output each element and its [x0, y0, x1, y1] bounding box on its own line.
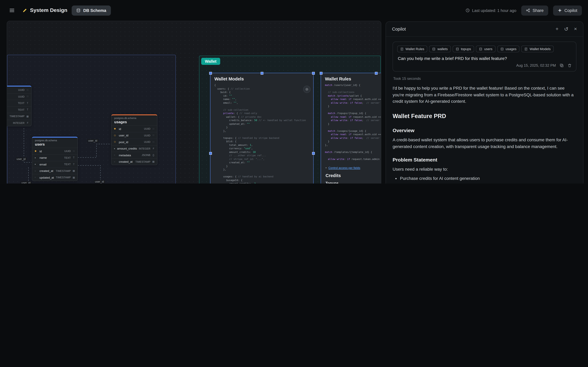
table-header: postgres.db.schema users [32, 138, 78, 148]
table-row[interactable]: user_id UUID ∷ [112, 132, 157, 139]
copy-message-button[interactable] [560, 63, 564, 67]
database-icon [76, 8, 80, 13]
copy-icon [560, 63, 564, 67]
problem-bullet: Purchase credits for AI content generati… [400, 175, 576, 182]
table-schema: postgres.db.schema [114, 117, 154, 120]
selection-handle[interactable] [209, 152, 212, 155]
edge-label-user-id: user_id [94, 180, 105, 183]
table-row[interactable]: id UUID ∷ [112, 125, 157, 132]
table-row: UUID ∷ [7, 93, 31, 100]
context-chip[interactable]: Wallet Rules [397, 46, 427, 52]
new-chat-button[interactable]: + [555, 26, 559, 32]
type-glyph-icon: ∷ [73, 150, 75, 153]
sparkle-icon [558, 8, 562, 13]
history-button[interactable]: ↺ [564, 26, 569, 32]
diagram-canvas[interactable]: Wallet user_id user_id user_id user_id U… [7, 21, 381, 184]
share-button[interactable]: Share [521, 5, 548, 16]
table-row[interactable]: created_at TIMESTAMP ▦ [32, 167, 78, 174]
context-chip-label: users [484, 47, 493, 51]
share-icon [526, 8, 530, 13]
wallet-models-code[interactable]: { users: { // collection $uid: { id: "" … [211, 83, 313, 184]
table-row: TEXT T [7, 106, 31, 113]
control-access-link[interactable]: Control access per fields [329, 166, 360, 169]
message-timestamp: Aug 15, 2025, 02:32 PM [516, 63, 556, 67]
document-title: System Design [22, 7, 67, 13]
user-message: Wallet Rules wallets topups [393, 42, 576, 72]
app-title-text: System Design [30, 7, 67, 13]
close-panel-button[interactable]: × [574, 26, 577, 32]
database-icon [456, 47, 459, 51]
table-usages[interactable]: postgres.db.schema usages id UUID ∷ user… [111, 114, 157, 165]
app-root: System Design DB Schema Last updated: 1 … [0, 0, 588, 184]
block-settings-button[interactable] [303, 86, 311, 93]
table-schema: postgres.db.schema [35, 139, 75, 142]
type-glyph-icon: # [152, 147, 155, 150]
copilot-header: Copilot + ↺ × [386, 22, 583, 37]
table-row[interactable]: created_at TIMESTAMP ▦ [112, 158, 157, 165]
last-updated-text: Last updated: 1 hour ago [472, 8, 516, 13]
selection-handle[interactable] [312, 72, 315, 75]
top-bar-right: Last updated: 1 hour ago Share Copilot [466, 5, 582, 16]
table-name: users [35, 142, 75, 147]
hamburger-menu-button[interactable] [6, 5, 18, 16]
context-chip[interactable]: users [476, 46, 495, 52]
selection-handle[interactable] [312, 152, 315, 155]
duration-text: Took 15 seconds [393, 76, 576, 81]
context-chip-label: topups [461, 47, 471, 51]
topups-heading: Topups [326, 181, 381, 184]
delete-message-button[interactable] [568, 63, 572, 67]
type-glyph-icon: ▦ [73, 170, 75, 172]
trash-icon [568, 63, 572, 67]
type-glyph-icon: T [73, 156, 75, 159]
copilot-button-label: Copilot [564, 8, 577, 13]
database-icon [479, 47, 482, 51]
gear-icon [305, 87, 309, 91]
overview-heading: Overview [393, 127, 576, 134]
table-row[interactable]: metadata JSONB {} [112, 152, 157, 158]
table-row[interactable]: amount_credits INTEGER # [112, 145, 157, 152]
table-row[interactable]: name TEXT T [32, 154, 78, 161]
response-intro: I'd be happy to help you write a PRD for… [393, 85, 576, 105]
wallet-models-title: Wallet Models [211, 73, 313, 83]
table-row[interactable]: updated_at TIMESTAMP ▦ [32, 174, 78, 181]
selection-handle[interactable] [209, 72, 212, 75]
table-users[interactable]: postgres.db.schema users id UUID ∷ name [32, 137, 78, 181]
copilot-button[interactable]: Copilot [553, 5, 582, 16]
context-chip[interactable]: usages [497, 46, 519, 52]
context-chip-label: usages [506, 47, 517, 51]
edge-label-user-id: user_id [16, 158, 26, 161]
context-chip[interactable]: wallets [429, 46, 451, 52]
table-name: usages [114, 120, 154, 124]
overview-paragraph: A credit-based wallet system that allows… [393, 137, 576, 150]
problem-bullet-list: Purchase credits for AI content generati… [393, 175, 576, 184]
table-row[interactable]: post_id UUID ∷ [112, 139, 157, 145]
prd-title: Wallet Feature PRD [393, 112, 576, 121]
tab-db-schema[interactable]: DB Schema [72, 5, 111, 16]
type-glyph-icon: ∷ [152, 141, 155, 143]
tab-label: DB Schema [83, 8, 106, 13]
table-cropped-left[interactable]: UUID ∷ UUID ∷ TEXT T TEXT [7, 86, 32, 126]
table-row: TEXT T [7, 100, 31, 106]
selection-handle[interactable] [320, 72, 322, 75]
copilot-title: Copilot [392, 27, 406, 32]
table-row[interactable]: id UUID ∷ [32, 148, 78, 154]
context-chip[interactable]: Wallet Models [521, 46, 554, 52]
top-bar: System Design DB Schema Last updated: 1 … [0, 0, 588, 21]
wallet-rules-block[interactable]: Wallet Rules match /users/{user_id} { //… [321, 73, 381, 184]
type-glyph-icon: {} [152, 154, 155, 157]
field-key-icon [114, 134, 117, 137]
table-row: INTEGER # [7, 119, 31, 126]
selection-handle[interactable] [375, 72, 378, 75]
selection-handle[interactable] [261, 72, 263, 75]
wallet-group-label[interactable]: Wallet [201, 58, 220, 65]
copilot-messages[interactable]: Wallet Rules wallets topups [386, 37, 583, 184]
database-icon [501, 47, 504, 51]
credits-heading: Credits [326, 173, 381, 178]
field-key-icon [35, 176, 37, 179]
context-chip[interactable]: topups [453, 46, 474, 52]
wallet-models-block[interactable]: Wallet Models { users: { // collection $… [210, 73, 313, 184]
problem-lead: Users need a reliable way to: [393, 166, 576, 173]
wallet-rules-code[interactable]: match /users/{user_id} { // sub-collecti… [321, 83, 381, 164]
table-row[interactable]: email TEXT T [32, 161, 78, 167]
field-key-icon [114, 161, 117, 163]
